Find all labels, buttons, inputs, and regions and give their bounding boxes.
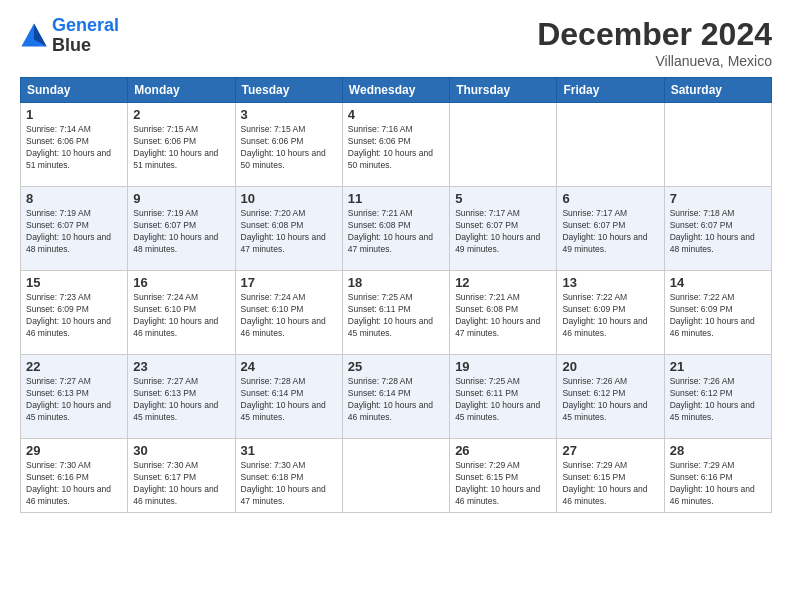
day-number: 28 [670, 443, 766, 458]
day-number: 18 [348, 275, 444, 290]
calendar-header-row: Sunday Monday Tuesday Wednesday Thursday… [21, 78, 772, 103]
day-info: Sunrise: 7:14 AM Sunset: 6:06 PM Dayligh… [26, 124, 122, 172]
day-number: 29 [26, 443, 122, 458]
calendar-cell: 6 Sunrise: 7:17 AM Sunset: 6:07 PM Dayli… [557, 187, 664, 271]
calendar-week-row: 22 Sunrise: 7:27 AM Sunset: 6:13 PM Dayl… [21, 355, 772, 439]
day-number: 30 [133, 443, 229, 458]
day-number: 25 [348, 359, 444, 374]
day-number: 19 [455, 359, 551, 374]
calendar-cell: 3 Sunrise: 7:15 AM Sunset: 6:06 PM Dayli… [235, 103, 342, 187]
page: General Blue December 2024 Villanueva, M… [0, 0, 792, 612]
day-number: 8 [26, 191, 122, 206]
calendar-cell: 9 Sunrise: 7:19 AM Sunset: 6:07 PM Dayli… [128, 187, 235, 271]
day-info: Sunrise: 7:15 AM Sunset: 6:06 PM Dayligh… [241, 124, 337, 172]
day-info: Sunrise: 7:30 AM Sunset: 6:18 PM Dayligh… [241, 460, 337, 508]
day-info: Sunrise: 7:19 AM Sunset: 6:07 PM Dayligh… [26, 208, 122, 256]
day-number: 2 [133, 107, 229, 122]
calendar-week-row: 1 Sunrise: 7:14 AM Sunset: 6:06 PM Dayli… [21, 103, 772, 187]
calendar-cell: 8 Sunrise: 7:19 AM Sunset: 6:07 PM Dayli… [21, 187, 128, 271]
location: Villanueva, Mexico [537, 53, 772, 69]
day-number: 9 [133, 191, 229, 206]
calendar-cell: 1 Sunrise: 7:14 AM Sunset: 6:06 PM Dayli… [21, 103, 128, 187]
col-wednesday: Wednesday [342, 78, 449, 103]
calendar-week-row: 29 Sunrise: 7:30 AM Sunset: 6:16 PM Dayl… [21, 439, 772, 513]
calendar-cell: 25 Sunrise: 7:28 AM Sunset: 6:14 PM Dayl… [342, 355, 449, 439]
calendar-cell: 14 Sunrise: 7:22 AM Sunset: 6:09 PM Dayl… [664, 271, 771, 355]
calendar-cell: 2 Sunrise: 7:15 AM Sunset: 6:06 PM Dayli… [128, 103, 235, 187]
calendar-cell [342, 439, 449, 513]
day-number: 27 [562, 443, 658, 458]
day-info: Sunrise: 7:25 AM Sunset: 6:11 PM Dayligh… [455, 376, 551, 424]
calendar-cell: 16 Sunrise: 7:24 AM Sunset: 6:10 PM Dayl… [128, 271, 235, 355]
day-number: 10 [241, 191, 337, 206]
day-info: Sunrise: 7:24 AM Sunset: 6:10 PM Dayligh… [241, 292, 337, 340]
logo-icon [20, 22, 48, 50]
calendar-week-row: 15 Sunrise: 7:23 AM Sunset: 6:09 PM Dayl… [21, 271, 772, 355]
calendar-week-row: 8 Sunrise: 7:19 AM Sunset: 6:07 PM Dayli… [21, 187, 772, 271]
title-block: December 2024 Villanueva, Mexico [537, 16, 772, 69]
calendar-cell: 27 Sunrise: 7:29 AM Sunset: 6:15 PM Dayl… [557, 439, 664, 513]
day-info: Sunrise: 7:26 AM Sunset: 6:12 PM Dayligh… [670, 376, 766, 424]
calendar-cell [450, 103, 557, 187]
day-info: Sunrise: 7:22 AM Sunset: 6:09 PM Dayligh… [670, 292, 766, 340]
calendar-cell: 23 Sunrise: 7:27 AM Sunset: 6:13 PM Dayl… [128, 355, 235, 439]
day-number: 6 [562, 191, 658, 206]
day-number: 31 [241, 443, 337, 458]
calendar-table: Sunday Monday Tuesday Wednesday Thursday… [20, 77, 772, 513]
month-title: December 2024 [537, 16, 772, 53]
day-number: 15 [26, 275, 122, 290]
calendar-cell: 29 Sunrise: 7:30 AM Sunset: 6:16 PM Dayl… [21, 439, 128, 513]
calendar-cell: 15 Sunrise: 7:23 AM Sunset: 6:09 PM Dayl… [21, 271, 128, 355]
calendar-cell: 10 Sunrise: 7:20 AM Sunset: 6:08 PM Dayl… [235, 187, 342, 271]
day-info: Sunrise: 7:24 AM Sunset: 6:10 PM Dayligh… [133, 292, 229, 340]
calendar-cell: 20 Sunrise: 7:26 AM Sunset: 6:12 PM Dayl… [557, 355, 664, 439]
col-tuesday: Tuesday [235, 78, 342, 103]
day-info: Sunrise: 7:29 AM Sunset: 6:15 PM Dayligh… [455, 460, 551, 508]
day-number: 11 [348, 191, 444, 206]
day-info: Sunrise: 7:18 AM Sunset: 6:07 PM Dayligh… [670, 208, 766, 256]
logo-text: General Blue [52, 16, 119, 56]
day-info: Sunrise: 7:16 AM Sunset: 6:06 PM Dayligh… [348, 124, 444, 172]
day-info: Sunrise: 7:17 AM Sunset: 6:07 PM Dayligh… [455, 208, 551, 256]
day-number: 7 [670, 191, 766, 206]
day-number: 5 [455, 191, 551, 206]
day-number: 16 [133, 275, 229, 290]
col-sunday: Sunday [21, 78, 128, 103]
day-info: Sunrise: 7:19 AM Sunset: 6:07 PM Dayligh… [133, 208, 229, 256]
day-info: Sunrise: 7:27 AM Sunset: 6:13 PM Dayligh… [133, 376, 229, 424]
day-info: Sunrise: 7:21 AM Sunset: 6:08 PM Dayligh… [348, 208, 444, 256]
day-info: Sunrise: 7:20 AM Sunset: 6:08 PM Dayligh… [241, 208, 337, 256]
day-info: Sunrise: 7:30 AM Sunset: 6:16 PM Dayligh… [26, 460, 122, 508]
day-info: Sunrise: 7:29 AM Sunset: 6:16 PM Dayligh… [670, 460, 766, 508]
day-info: Sunrise: 7:27 AM Sunset: 6:13 PM Dayligh… [26, 376, 122, 424]
day-number: 1 [26, 107, 122, 122]
day-info: Sunrise: 7:22 AM Sunset: 6:09 PM Dayligh… [562, 292, 658, 340]
calendar-cell: 19 Sunrise: 7:25 AM Sunset: 6:11 PM Dayl… [450, 355, 557, 439]
calendar-cell: 30 Sunrise: 7:30 AM Sunset: 6:17 PM Dayl… [128, 439, 235, 513]
calendar-cell: 26 Sunrise: 7:29 AM Sunset: 6:15 PM Dayl… [450, 439, 557, 513]
day-number: 22 [26, 359, 122, 374]
day-number: 12 [455, 275, 551, 290]
day-info: Sunrise: 7:21 AM Sunset: 6:08 PM Dayligh… [455, 292, 551, 340]
calendar-cell: 5 Sunrise: 7:17 AM Sunset: 6:07 PM Dayli… [450, 187, 557, 271]
col-friday: Friday [557, 78, 664, 103]
day-number: 3 [241, 107, 337, 122]
day-number: 14 [670, 275, 766, 290]
day-number: 21 [670, 359, 766, 374]
day-info: Sunrise: 7:25 AM Sunset: 6:11 PM Dayligh… [348, 292, 444, 340]
calendar-cell: 21 Sunrise: 7:26 AM Sunset: 6:12 PM Dayl… [664, 355, 771, 439]
calendar-cell: 7 Sunrise: 7:18 AM Sunset: 6:07 PM Dayli… [664, 187, 771, 271]
day-number: 17 [241, 275, 337, 290]
calendar-cell: 22 Sunrise: 7:27 AM Sunset: 6:13 PM Dayl… [21, 355, 128, 439]
calendar-cell: 11 Sunrise: 7:21 AM Sunset: 6:08 PM Dayl… [342, 187, 449, 271]
calendar-cell: 12 Sunrise: 7:21 AM Sunset: 6:08 PM Dayl… [450, 271, 557, 355]
calendar-cell: 24 Sunrise: 7:28 AM Sunset: 6:14 PM Dayl… [235, 355, 342, 439]
calendar-cell: 18 Sunrise: 7:25 AM Sunset: 6:11 PM Dayl… [342, 271, 449, 355]
day-info: Sunrise: 7:30 AM Sunset: 6:17 PM Dayligh… [133, 460, 229, 508]
day-info: Sunrise: 7:23 AM Sunset: 6:09 PM Dayligh… [26, 292, 122, 340]
day-number: 20 [562, 359, 658, 374]
day-info: Sunrise: 7:29 AM Sunset: 6:15 PM Dayligh… [562, 460, 658, 508]
calendar-cell: 28 Sunrise: 7:29 AM Sunset: 6:16 PM Dayl… [664, 439, 771, 513]
logo: General Blue [20, 16, 119, 56]
day-info: Sunrise: 7:15 AM Sunset: 6:06 PM Dayligh… [133, 124, 229, 172]
